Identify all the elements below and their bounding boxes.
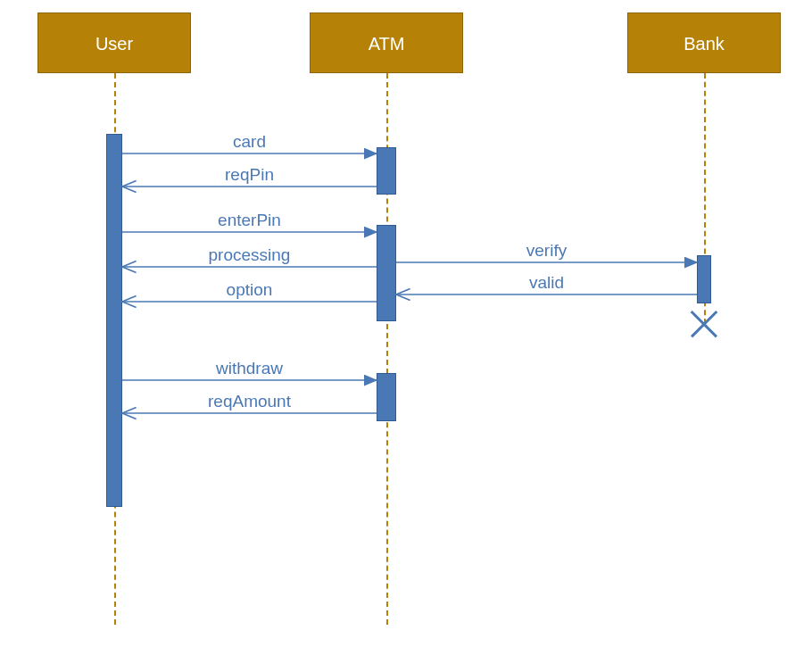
activation-atm <box>377 147 396 195</box>
message-label: verify <box>458 241 636 261</box>
message-label: option <box>161 280 339 300</box>
message-label: enterPin <box>161 211 339 230</box>
message-label: reqAmount <box>161 392 339 411</box>
message-label: card <box>161 132 339 152</box>
destroy-icon <box>689 309 719 339</box>
sequence-diagram: UserATMBankcardreqPinenterPinverifyproce… <box>0 0 812 647</box>
activation-atm <box>377 225 396 321</box>
message-label: reqPin <box>161 165 339 185</box>
activation-atm <box>377 373 396 421</box>
message-label: processing <box>161 245 339 265</box>
actor-bank: Bank <box>627 12 781 73</box>
message-label: withdraw <box>161 359 339 378</box>
activation-user <box>106 134 122 507</box>
actor-atm: ATM <box>310 12 463 73</box>
activation-bank <box>697 255 711 303</box>
actor-user: User <box>37 12 191 73</box>
message-label: valid <box>458 273 636 293</box>
